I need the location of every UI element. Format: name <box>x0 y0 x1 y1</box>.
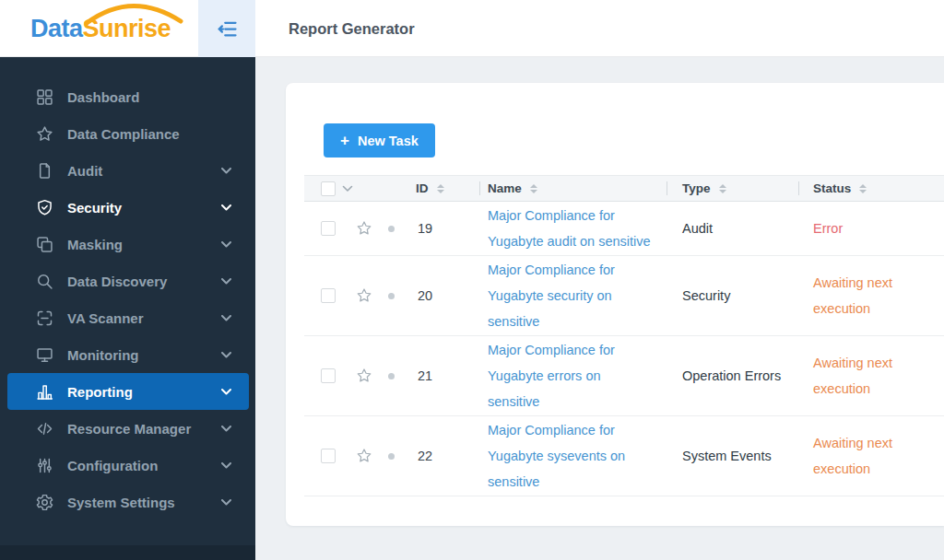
search-icon <box>35 272 54 291</box>
chevron-down-icon <box>221 168 231 174</box>
column-header-name[interactable]: Name <box>479 176 667 201</box>
row-select-cell: 22 <box>304 447 479 465</box>
chevron-down-icon <box>221 462 231 469</box>
sidebar-item-label: Configuration <box>67 458 221 473</box>
logo-part-sunrise: Sunrise <box>83 15 171 42</box>
page-title: Report Generator <box>289 20 415 38</box>
row-checkbox[interactable] <box>321 288 336 303</box>
sidebar-item-data-discovery[interactable]: Data Discovery <box>0 262 255 299</box>
sidebar-item-security[interactable]: Security <box>0 189 255 226</box>
task-name-cell: Major Compliance for Yugabyte sysevents … <box>479 417 667 495</box>
sidebar-item-audit[interactable]: Audit <box>0 152 255 189</box>
sidebar-item-label: VA Scanner <box>67 310 221 326</box>
task-type: System Events <box>667 449 798 463</box>
shield-check-icon <box>35 198 54 217</box>
select-all-checkbox[interactable] <box>321 181 336 196</box>
sidebar-item-system-settings[interactable]: System Settings <box>0 484 255 520</box>
new-task-button[interactable]: + New Task <box>324 123 435 158</box>
row-select-cell: 19 <box>304 219 479 238</box>
scanner-frame-icon <box>35 309 54 328</box>
favorite-star-icon[interactable] <box>355 219 373 238</box>
chevron-down-icon <box>221 352 231 358</box>
chevron-down-icon <box>221 241 231 248</box>
sun-arc-icon <box>79 0 188 27</box>
chevron-down-icon <box>221 389 231 395</box>
column-header-id[interactable]: ID <box>416 181 429 195</box>
status-dot-icon <box>388 226 395 232</box>
status-dot-icon <box>388 453 395 460</box>
row-select-cell: 20 <box>304 286 479 305</box>
chevron-down-icon <box>221 204 231 211</box>
sort-icon[interactable] <box>530 184 537 193</box>
datasunrise-logo[interactable]: DataSunrise <box>30 15 171 43</box>
sidebar-collapse-button[interactable] <box>198 0 255 57</box>
new-task-label: New Task <box>358 134 419 148</box>
sort-icon[interactable] <box>859 184 867 193</box>
task-status: Error <box>798 216 944 241</box>
sidebar-item-label: Dashboard <box>67 89 231 105</box>
task-status: Awaiting next execution <box>798 350 944 402</box>
task-name-link[interactable]: Major Compliance for Yugabyte sysevents … <box>488 423 625 489</box>
sidebar-item-data-compliance[interactable]: Data Compliance <box>0 115 255 152</box>
sidebar-item-label: Audit <box>67 163 221 179</box>
table-row: 22 Major Compliance for Yugabyte syseven… <box>304 416 944 496</box>
column-header-type[interactable]: Type <box>667 176 798 201</box>
chevron-down-icon <box>221 315 231 321</box>
sidebar-item-label: Data Discovery <box>67 274 221 289</box>
menu-fold-icon <box>215 17 240 41</box>
favorite-star-icon[interactable] <box>355 447 373 465</box>
code-icon <box>35 419 54 438</box>
sidebar-item-label: Security <box>67 200 221 216</box>
status-dot-icon <box>388 373 395 379</box>
sidebar-item-dashboard[interactable]: Dashboard <box>0 78 255 115</box>
select-menu-chevron-icon[interactable] <box>342 185 353 192</box>
document-icon <box>35 161 54 181</box>
sidebar-item-configuration[interactable]: Configuration <box>0 447 255 484</box>
sidebar-item-label: Data Compliance <box>67 126 231 142</box>
row-checkbox[interactable] <box>321 221 336 236</box>
row-checkbox[interactable] <box>321 368 336 383</box>
sidebar-item-label: Monitoring <box>67 347 221 363</box>
main-content: + New Task ID Name Type <box>255 57 944 560</box>
task-id: 19 <box>418 221 432 236</box>
report-tasks-card: + New Task ID Name Type <box>286 83 944 526</box>
sidebar-item-va-scanner[interactable]: VA Scanner <box>0 299 255 336</box>
task-type: Security <box>667 288 798 303</box>
table-row: 21 Major Compliance for Yugabyte errors … <box>304 336 944 416</box>
task-status: Awaiting next execution <box>798 270 944 321</box>
sidebar-item-monitoring[interactable]: Monitoring <box>0 336 255 373</box>
logo-part-data: Data <box>30 15 83 42</box>
sidebar-item-masking[interactable]: Masking <box>0 226 255 262</box>
sort-icon[interactable] <box>719 184 726 193</box>
gear-icon <box>35 493 54 512</box>
sidebar-nav: Dashboard Data Compliance Audit Security… <box>0 57 255 560</box>
sidebar-item-resource-manager[interactable]: Resource Manager <box>0 410 255 447</box>
task-type: Audit <box>667 221 798 236</box>
table-header-select: ID <box>304 176 479 201</box>
task-id: 22 <box>418 449 432 463</box>
task-status: Awaiting next execution <box>798 430 944 482</box>
mask-copy-icon <box>35 235 54 254</box>
row-select-cell: 21 <box>304 367 479 385</box>
task-name-link[interactable]: Major Compliance for Yugabyte audit on s… <box>488 208 651 249</box>
table-header-row: ID Name Type Status <box>304 175 944 202</box>
task-id: 20 <box>418 288 432 303</box>
task-name-cell: Major Compliance for Yugabyte errors on … <box>479 337 667 414</box>
task-name-link[interactable]: Major Compliance for Yugabyte errors on … <box>488 343 615 409</box>
sidebar-item-label: System Settings <box>67 495 221 510</box>
favorite-star-icon[interactable] <box>355 367 373 385</box>
dashboard-grid-icon <box>35 88 54 107</box>
sidebar-item-reporting[interactable]: Reporting <box>7 373 249 410</box>
row-checkbox[interactable] <box>321 449 336 463</box>
tasks-table: ID Name Type Status <box>304 175 944 496</box>
column-header-status[interactable]: Status <box>798 176 944 201</box>
sidebar-item-label: Masking <box>67 237 221 252</box>
sliders-icon <box>35 456 54 475</box>
sidebar-item-label: Reporting <box>67 384 221 400</box>
status-dot-icon <box>388 293 395 299</box>
star-icon <box>35 124 54 144</box>
favorite-star-icon[interactable] <box>355 286 373 305</box>
plus-icon: + <box>340 133 349 148</box>
task-name-link[interactable]: Major Compliance for Yugabyte security o… <box>488 262 615 329</box>
sort-icon[interactable] <box>437 184 444 193</box>
